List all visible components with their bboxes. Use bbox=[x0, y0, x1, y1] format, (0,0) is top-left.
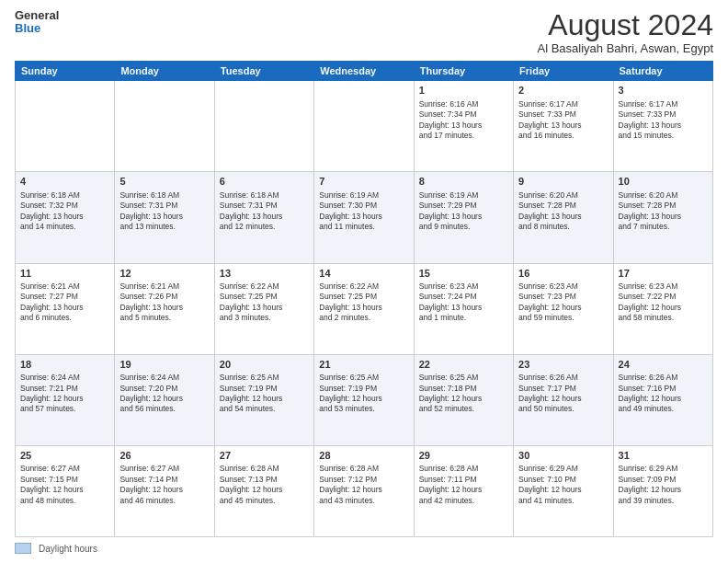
day-info: Sunrise: 6:26 AM Sunset: 7:17 PM Dayligh… bbox=[518, 373, 608, 415]
table-row: 21Sunrise: 6:25 AM Sunset: 7:19 PM Dayli… bbox=[314, 354, 414, 445]
day-info: Sunrise: 6:24 AM Sunset: 7:20 PM Dayligh… bbox=[119, 373, 209, 415]
day-number: 31 bbox=[619, 449, 708, 463]
day-number: 6 bbox=[220, 175, 309, 189]
day-number: 9 bbox=[518, 175, 608, 189]
table-row: 25Sunrise: 6:27 AM Sunset: 7:15 PM Dayli… bbox=[16, 445, 115, 536]
day-number: 7 bbox=[319, 175, 408, 189]
subtitle: Al Basaliyah Bahri, Aswan, Egypt bbox=[538, 41, 714, 55]
day-number: 3 bbox=[619, 84, 708, 98]
table-row: 19Sunrise: 6:24 AM Sunset: 7:20 PM Dayli… bbox=[115, 354, 214, 445]
day-number: 11 bbox=[20, 267, 109, 281]
page: General Blue August 2024 Al Basaliyah Ba… bbox=[0, 0, 728, 563]
day-info: Sunrise: 6:20 AM Sunset: 7:28 PM Dayligh… bbox=[619, 190, 708, 233]
day-info: Sunrise: 6:25 AM Sunset: 7:19 PM Dayligh… bbox=[220, 373, 309, 415]
table-row: 5Sunrise: 6:18 AM Sunset: 7:31 PM Daylig… bbox=[115, 172, 214, 263]
table-row: 6Sunrise: 6:18 AM Sunset: 7:31 PM Daylig… bbox=[214, 172, 313, 263]
table-row: 10Sunrise: 6:20 AM Sunset: 7:28 PM Dayli… bbox=[613, 172, 712, 263]
logo: General Blue bbox=[15, 9, 59, 36]
day-number: 13 bbox=[220, 267, 309, 281]
day-number: 8 bbox=[419, 175, 508, 189]
day-number: 12 bbox=[119, 267, 209, 281]
day-info: Sunrise: 6:18 AM Sunset: 7:32 PM Dayligh… bbox=[20, 190, 109, 233]
day-number: 29 bbox=[419, 449, 508, 463]
table-row: 30Sunrise: 6:29 AM Sunset: 7:10 PM Dayli… bbox=[514, 445, 613, 536]
table-row: 22Sunrise: 6:25 AM Sunset: 7:18 PM Dayli… bbox=[414, 354, 513, 445]
col-saturday: Saturday bbox=[613, 62, 712, 81]
footer: Daylight hours bbox=[15, 543, 713, 554]
main-title: August 2024 bbox=[538, 9, 714, 41]
header: General Blue August 2024 Al Basaliyah Ba… bbox=[15, 9, 713, 55]
table-row: 1Sunrise: 6:16 AM Sunset: 7:34 PM Daylig… bbox=[414, 81, 513, 172]
logo-line2: Blue bbox=[15, 22, 59, 35]
col-thursday: Thursday bbox=[414, 62, 513, 81]
table-row: 12Sunrise: 6:21 AM Sunset: 7:26 PM Dayli… bbox=[115, 263, 214, 354]
day-info: Sunrise: 6:17 AM Sunset: 7:33 PM Dayligh… bbox=[518, 99, 608, 142]
table-row bbox=[115, 81, 214, 172]
day-number: 4 bbox=[20, 175, 109, 189]
table-row: 29Sunrise: 6:28 AM Sunset: 7:11 PM Dayli… bbox=[414, 445, 513, 536]
day-info: Sunrise: 6:23 AM Sunset: 7:22 PM Dayligh… bbox=[619, 282, 708, 324]
table-row: 20Sunrise: 6:25 AM Sunset: 7:19 PM Dayli… bbox=[214, 354, 313, 445]
day-info: Sunrise: 6:20 AM Sunset: 7:28 PM Dayligh… bbox=[518, 190, 608, 233]
table-row: 13Sunrise: 6:22 AM Sunset: 7:25 PM Dayli… bbox=[214, 263, 313, 354]
table-row: 31Sunrise: 6:29 AM Sunset: 7:09 PM Dayli… bbox=[613, 445, 712, 536]
day-number: 24 bbox=[619, 358, 708, 372]
day-info: Sunrise: 6:18 AM Sunset: 7:31 PM Dayligh… bbox=[220, 190, 309, 233]
table-row: 7Sunrise: 6:19 AM Sunset: 7:30 PM Daylig… bbox=[314, 172, 414, 263]
table-row: 28Sunrise: 6:28 AM Sunset: 7:12 PM Dayli… bbox=[314, 445, 414, 536]
day-info: Sunrise: 6:28 AM Sunset: 7:12 PM Dayligh… bbox=[319, 464, 408, 506]
day-info: Sunrise: 6:29 AM Sunset: 7:10 PM Dayligh… bbox=[518, 464, 608, 506]
title-block: August 2024 Al Basaliyah Bahri, Aswan, E… bbox=[538, 9, 714, 55]
table-row: 24Sunrise: 6:26 AM Sunset: 7:16 PM Dayli… bbox=[613, 354, 712, 445]
day-info: Sunrise: 6:21 AM Sunset: 7:27 PM Dayligh… bbox=[20, 282, 109, 324]
day-number: 26 bbox=[119, 449, 209, 463]
day-info: Sunrise: 6:29 AM Sunset: 7:09 PM Dayligh… bbox=[619, 464, 708, 506]
day-number: 5 bbox=[119, 175, 209, 189]
day-number: 17 bbox=[619, 267, 708, 281]
day-info: Sunrise: 6:28 AM Sunset: 7:11 PM Dayligh… bbox=[419, 464, 508, 506]
day-number: 19 bbox=[119, 358, 209, 372]
col-wednesday: Wednesday bbox=[314, 62, 414, 81]
table-row: 8Sunrise: 6:19 AM Sunset: 7:29 PM Daylig… bbox=[414, 172, 513, 263]
day-info: Sunrise: 6:27 AM Sunset: 7:14 PM Dayligh… bbox=[119, 464, 209, 506]
table-row: 17Sunrise: 6:23 AM Sunset: 7:22 PM Dayli… bbox=[613, 263, 712, 354]
daylight-legend-label: Daylight hours bbox=[39, 544, 97, 554]
day-number: 16 bbox=[518, 267, 608, 281]
day-info: Sunrise: 6:25 AM Sunset: 7:18 PM Dayligh… bbox=[419, 373, 508, 415]
col-tuesday: Tuesday bbox=[214, 62, 313, 81]
calendar-row: 25Sunrise: 6:27 AM Sunset: 7:15 PM Dayli… bbox=[16, 445, 713, 536]
day-info: Sunrise: 6:22 AM Sunset: 7:25 PM Dayligh… bbox=[220, 282, 309, 324]
header-row: Sunday Monday Tuesday Wednesday Thursday… bbox=[16, 62, 713, 81]
day-info: Sunrise: 6:26 AM Sunset: 7:16 PM Dayligh… bbox=[619, 373, 708, 415]
table-row bbox=[314, 81, 414, 172]
table-row: 4Sunrise: 6:18 AM Sunset: 7:32 PM Daylig… bbox=[16, 172, 115, 263]
day-info: Sunrise: 6:18 AM Sunset: 7:31 PM Dayligh… bbox=[119, 190, 209, 233]
table-row: 26Sunrise: 6:27 AM Sunset: 7:14 PM Dayli… bbox=[115, 445, 214, 536]
calendar-row: 11Sunrise: 6:21 AM Sunset: 7:27 PM Dayli… bbox=[16, 263, 713, 354]
col-friday: Friday bbox=[514, 62, 613, 81]
table-row: 11Sunrise: 6:21 AM Sunset: 7:27 PM Dayli… bbox=[16, 263, 115, 354]
day-info: Sunrise: 6:21 AM Sunset: 7:26 PM Dayligh… bbox=[119, 282, 209, 324]
table-row: 3Sunrise: 6:17 AM Sunset: 7:33 PM Daylig… bbox=[613, 81, 712, 172]
table-row: 18Sunrise: 6:24 AM Sunset: 7:21 PM Dayli… bbox=[16, 354, 115, 445]
calendar-row: 1Sunrise: 6:16 AM Sunset: 7:34 PM Daylig… bbox=[16, 81, 713, 172]
day-info: Sunrise: 6:16 AM Sunset: 7:34 PM Dayligh… bbox=[419, 99, 508, 142]
day-info: Sunrise: 6:19 AM Sunset: 7:29 PM Dayligh… bbox=[419, 190, 508, 233]
day-number: 20 bbox=[220, 358, 309, 372]
day-info: Sunrise: 6:27 AM Sunset: 7:15 PM Dayligh… bbox=[20, 464, 109, 506]
day-info: Sunrise: 6:17 AM Sunset: 7:33 PM Dayligh… bbox=[619, 99, 708, 142]
table-row: 15Sunrise: 6:23 AM Sunset: 7:24 PM Dayli… bbox=[414, 263, 513, 354]
table-row bbox=[214, 81, 313, 172]
day-info: Sunrise: 6:23 AM Sunset: 7:24 PM Dayligh… bbox=[419, 282, 508, 324]
table-row: 23Sunrise: 6:26 AM Sunset: 7:17 PM Dayli… bbox=[514, 354, 613, 445]
day-info: Sunrise: 6:28 AM Sunset: 7:13 PM Dayligh… bbox=[220, 464, 309, 506]
day-number: 25 bbox=[20, 449, 109, 463]
day-number: 28 bbox=[319, 449, 408, 463]
calendar-row: 18Sunrise: 6:24 AM Sunset: 7:21 PM Dayli… bbox=[16, 354, 713, 445]
day-number: 18 bbox=[20, 358, 109, 372]
day-info: Sunrise: 6:22 AM Sunset: 7:25 PM Dayligh… bbox=[319, 282, 408, 324]
day-number: 22 bbox=[419, 358, 508, 372]
table-row: 9Sunrise: 6:20 AM Sunset: 7:28 PM Daylig… bbox=[514, 172, 613, 263]
day-number: 15 bbox=[419, 267, 508, 281]
table-row: 16Sunrise: 6:23 AM Sunset: 7:23 PM Dayli… bbox=[514, 263, 613, 354]
